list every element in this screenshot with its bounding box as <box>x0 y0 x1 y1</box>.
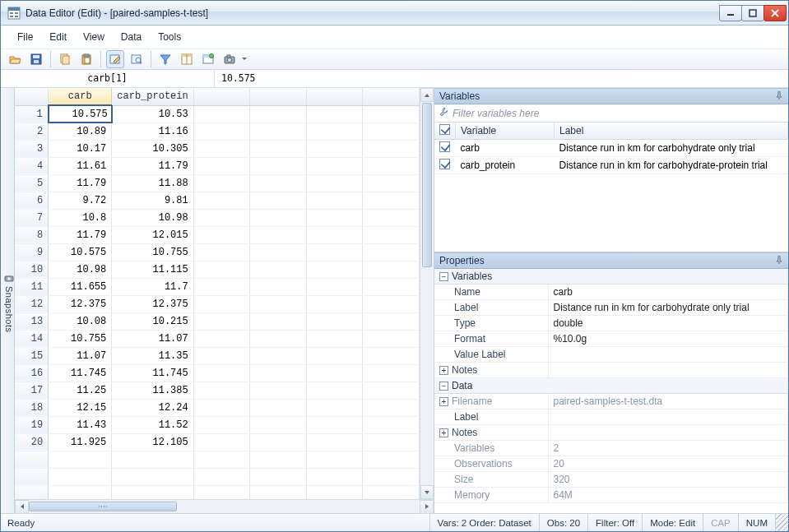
row-header[interactable]: 3 <box>15 140 49 157</box>
cell[interactable]: 9.81 <box>112 192 193 209</box>
cell[interactable]: 11.52 <box>112 416 193 433</box>
expand-icon[interactable]: + <box>439 397 448 406</box>
row-header[interactable]: 9 <box>15 243 49 261</box>
row-header[interactable]: 7 <box>15 209 49 226</box>
row-header[interactable]: 17 <box>15 382 49 399</box>
variables-select-all[interactable] <box>434 123 456 140</box>
cell[interactable]: 10.89 <box>49 123 112 140</box>
row-header[interactable]: 4 <box>15 157 49 174</box>
menu-tools[interactable]: Tools <box>150 29 189 45</box>
cell[interactable]: 12.105 <box>112 433 193 451</box>
row-header[interactable]: 2 <box>15 123 49 140</box>
vertical-scrollbar[interactable] <box>420 88 434 499</box>
variable-row[interactable]: carbDistance run in km for carbohydrate … <box>434 140 788 157</box>
row-header[interactable]: 6 <box>15 192 49 209</box>
scroll-up-arrow-icon[interactable] <box>420 88 434 102</box>
row-header[interactable]: 18 <box>15 399 49 416</box>
open-icon[interactable] <box>6 50 24 68</box>
cell[interactable]: 10.755 <box>49 330 112 347</box>
property-value[interactable]: double <box>548 316 788 331</box>
cell[interactable]: 12.24 <box>112 399 193 416</box>
variables-table[interactable]: Variable Label carbDistance run in km fo… <box>434 123 788 174</box>
cell[interactable]: 11.7 <box>112 278 193 295</box>
cell[interactable]: 10.53 <box>112 105 193 123</box>
cell-value[interactable]: 10.575 <box>215 70 788 87</box>
cell[interactable]: 11.35 <box>112 347 193 364</box>
property-value[interactable]: 2 <box>548 441 788 456</box>
cell[interactable]: 11.925 <box>49 433 112 451</box>
variable-row[interactable]: carb_proteinDistance run in km for carbo… <box>434 157 788 174</box>
column-header[interactable]: carb <box>49 88 112 105</box>
column-header[interactable]: carb_protein <box>112 88 193 105</box>
variable-checkbox[interactable] <box>439 141 450 152</box>
scroll-left-arrow-icon[interactable] <box>15 500 29 514</box>
snapshots-tab[interactable]: Snapshots <box>1 88 15 513</box>
menu-edit[interactable]: Edit <box>41 29 75 45</box>
cell[interactable]: 10.305 <box>112 140 193 157</box>
cell[interactable]: 10.17 <box>49 140 112 157</box>
status-obs[interactable]: Obs: 20 <box>539 514 587 531</box>
save-icon[interactable] <box>27 50 45 68</box>
row-header[interactable]: 15 <box>15 347 49 364</box>
cell[interactable]: 11.745 <box>112 364 193 382</box>
cell[interactable]: 11.115 <box>112 261 193 278</box>
variables-col-variable[interactable]: Variable <box>456 123 555 140</box>
paste-icon[interactable] <box>77 50 95 68</box>
cell[interactable]: 12.375 <box>49 295 112 312</box>
property-value[interactable] <box>548 363 788 378</box>
variables-header[interactable]: Variables <box>434 88 788 104</box>
cell[interactable]: 11.25 <box>49 382 112 399</box>
row-header[interactable]: 19 <box>15 416 49 433</box>
expand-icon[interactable]: + <box>439 428 448 437</box>
cell[interactable]: 12.15 <box>49 399 112 416</box>
cell[interactable]: 9.72 <box>49 192 112 209</box>
cell[interactable]: 10.575 <box>49 105 112 123</box>
property-value[interactable]: 64M <box>548 488 788 503</box>
cell[interactable]: 11.07 <box>112 330 193 347</box>
cell[interactable]: 10.98 <box>112 209 193 226</box>
cell[interactable]: 10.755 <box>112 243 193 261</box>
row-header[interactable]: 12 <box>15 295 49 312</box>
cell[interactable]: 11.16 <box>112 123 193 140</box>
copy-icon[interactable] <box>56 50 74 68</box>
property-value[interactable]: 20 <box>548 456 788 472</box>
expand-icon[interactable]: − <box>439 272 448 281</box>
menu-data[interactable]: Data <box>113 29 150 45</box>
pin-icon[interactable] <box>775 90 783 102</box>
property-value[interactable]: %10.0g <box>548 331 788 347</box>
property-value[interactable] <box>548 409 788 425</box>
cell[interactable]: 10.98 <box>49 261 112 278</box>
row-header[interactable]: 11 <box>15 278 49 295</box>
row-header[interactable]: 20 <box>15 433 49 451</box>
cell[interactable]: 11.79 <box>112 157 193 174</box>
variables-filter-input[interactable] <box>453 108 785 119</box>
expand-icon[interactable]: + <box>439 366 448 375</box>
row-header[interactable]: 10 <box>15 261 49 278</box>
property-value[interactable] <box>548 425 788 441</box>
toolbar-overflow[interactable] <box>242 53 247 66</box>
cell[interactable]: 11.61 <box>49 157 112 174</box>
properties-header[interactable]: Properties <box>434 252 788 269</box>
cell[interactable]: 12.015 <box>112 226 193 243</box>
menu-file[interactable]: File <box>9 29 41 45</box>
property-value[interactable]: paired-samples-t-test.dta <box>548 394 788 409</box>
cell[interactable]: 11.655 <box>49 278 112 295</box>
row-header[interactable]: 8 <box>15 226 49 243</box>
property-value[interactable]: carb <box>548 285 788 300</box>
properties-toggle-icon[interactable] <box>199 50 217 68</box>
row-header[interactable]: 14 <box>15 330 49 347</box>
cell[interactable]: 11.43 <box>49 416 112 433</box>
cell[interactable]: 12.375 <box>112 295 193 312</box>
snapshot-icon[interactable] <box>220 50 239 68</box>
horizontal-scrollbar[interactable] <box>15 499 434 513</box>
row-header[interactable]: 1 <box>15 105 49 123</box>
property-value[interactable] <box>548 347 788 363</box>
data-grid[interactable]: carbcarb_protein 110.57510.53210.8911.16… <box>15 88 420 499</box>
variables-filter[interactable] <box>434 104 788 123</box>
cell[interactable]: 10.8 <box>49 209 112 226</box>
resize-grip[interactable] <box>775 514 788 531</box>
maximize-button[interactable] <box>741 5 764 21</box>
cell-reference[interactable]: carb[1] <box>1 70 215 87</box>
minimize-button[interactable] <box>719 5 742 21</box>
edit-mode-icon[interactable] <box>106 50 124 68</box>
